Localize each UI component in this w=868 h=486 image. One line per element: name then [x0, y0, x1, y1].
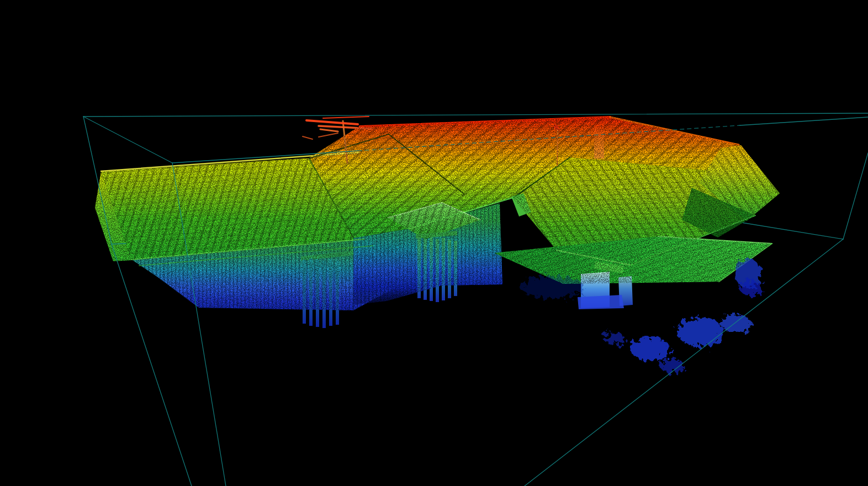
point-cloud-svg[interactable]: [0, 0, 868, 486]
shrub: [631, 337, 670, 361]
viewer-canvas[interactable]: [0, 0, 868, 486]
shrub: [604, 332, 624, 345]
pillar-base: [578, 295, 624, 309]
shrub: [677, 318, 723, 346]
shrub: [740, 281, 762, 296]
